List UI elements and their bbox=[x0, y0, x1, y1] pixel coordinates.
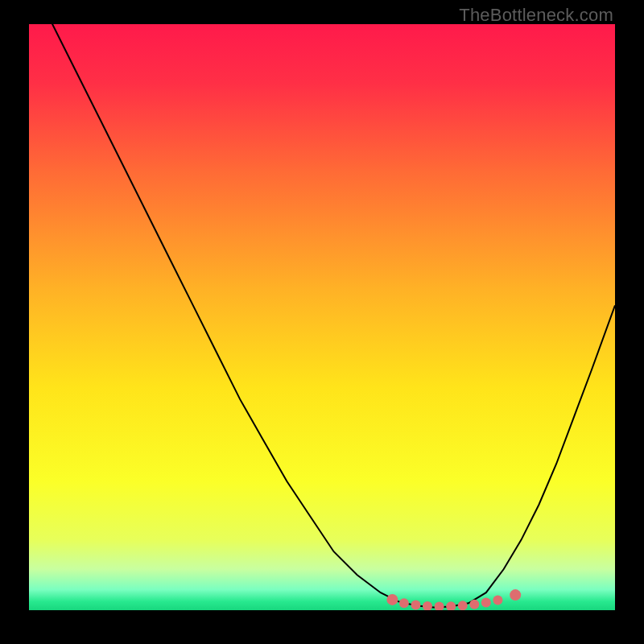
highlight-dot bbox=[411, 600, 421, 609]
highlight-dot bbox=[481, 598, 491, 608]
watermark-text: TheBottleneck.com bbox=[459, 5, 613, 26]
highlight-dot bbox=[493, 596, 502, 605]
highlight-dot bbox=[510, 589, 521, 601]
heat-background bbox=[29, 24, 615, 610]
highlight-dot bbox=[458, 601, 468, 610]
chart-frame bbox=[29, 24, 615, 610]
highlight-dot bbox=[386, 594, 398, 605]
highlight-dot bbox=[399, 598, 409, 608]
bottleneck-chart bbox=[29, 24, 615, 610]
highlight-dot bbox=[469, 600, 479, 609]
